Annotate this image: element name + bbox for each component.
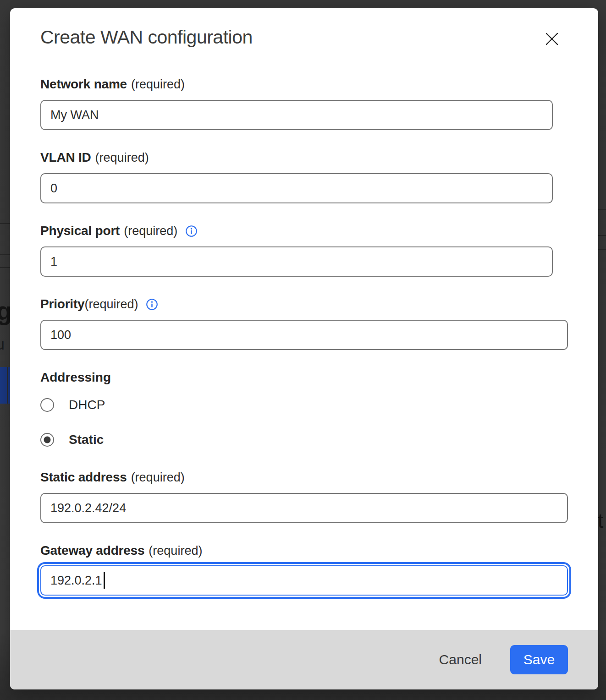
dialog-footer: Cancel Save [10,630,598,689]
gateway-address-value: 192.0.2.1 [50,574,102,588]
required-hint: (required) [84,297,138,312]
static-address-input[interactable] [40,493,568,523]
physical-port-info-button[interactable] [185,225,198,237]
addressing-option-static[interactable]: Static [40,432,568,447]
static-address-field: Static address (required) [40,470,568,523]
physical-port-label: Physical port [40,224,120,238]
background-occluded-button [0,367,10,404]
save-button[interactable]: Save [510,645,568,674]
priority-input[interactable] [40,320,568,350]
static-address-label: Static address [40,470,127,485]
addressing-heading: Addressing [40,370,568,385]
background-table-line [0,267,10,268]
addressing-option-dhcp[interactable]: DHCP [40,398,568,412]
text-cursor [104,572,105,589]
physical-port-input[interactable] [40,246,553,277]
background-occluded-text: t [598,509,603,532]
background-table-line [598,235,606,236]
static-radio[interactable] [40,433,54,447]
background-occluded-text: u [0,335,5,353]
info-circle-icon [146,305,158,312]
physical-port-field: Physical port (required) [40,224,568,277]
network-name-field: Network name (required) [40,77,568,130]
dialog-title: Create WAN configuration [40,27,253,48]
required-hint: (required) [95,151,149,165]
dhcp-radio-label: DHCP [69,398,105,412]
cancel-button[interactable]: Cancel [433,647,488,672]
create-wan-dialog: Create WAN configuration Network name (r… [10,8,598,689]
close-button[interactable] [542,29,562,49]
network-name-label: Network name [40,77,127,92]
required-hint: (required) [131,77,185,92]
priority-field: Priority (required) [40,297,568,350]
dhcp-radio[interactable] [40,398,54,412]
priority-info-button[interactable] [146,298,158,311]
background-table-line [598,249,606,250]
info-circle-icon [185,232,198,239]
dialog-body: Create WAN configuration Network name (r… [10,8,598,596]
gateway-address-label: Gateway address [40,543,144,558]
background-table-line [598,209,606,210]
vlan-id-label: VLAN ID [40,150,91,165]
network-name-input[interactable] [40,100,553,130]
close-icon [544,41,560,48]
background-table-line [0,223,10,224]
vlan-id-field: VLAN ID (required) [40,150,568,203]
background-table-line [0,254,10,255]
priority-label: Priority [40,297,84,312]
required-hint: (required) [131,470,185,485]
static-radio-label: Static [69,432,104,447]
vlan-id-input[interactable] [40,173,553,203]
gateway-address-input[interactable]: 192.0.2.1 [40,565,568,596]
required-hint: (required) [149,544,202,558]
required-hint: (required) [124,224,177,238]
gateway-address-field: Gateway address (required) 192.0.2.1 [40,543,568,596]
